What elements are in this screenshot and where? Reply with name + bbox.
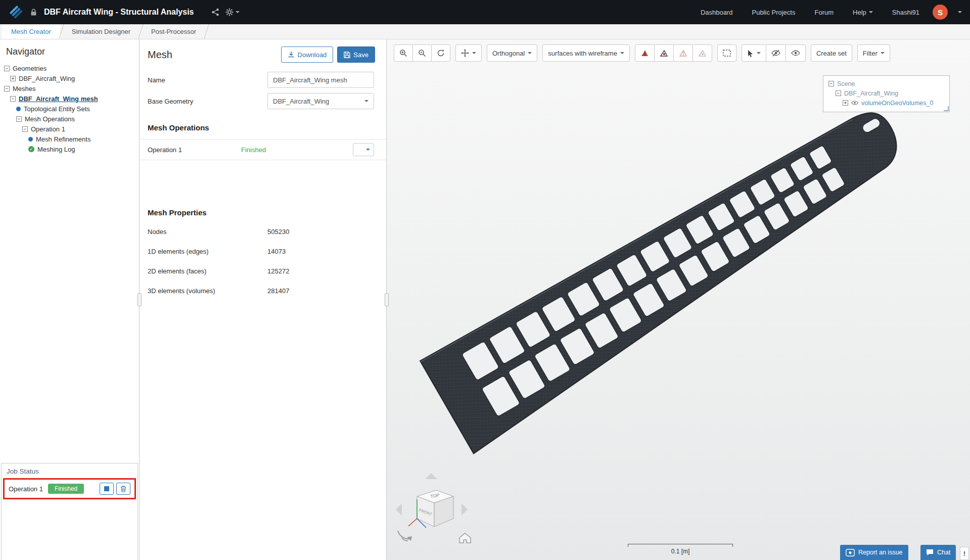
pointer-icon [747,50,754,57]
hide-selection-button[interactable] [766,44,786,62]
property-row-1d-elements-edges: 1D elements (edges)14073 [140,242,386,261]
property-label: 1D elements (edges) [148,248,209,255]
reset-view-button[interactable] [431,44,450,62]
mesh-panel-resize-handle[interactable] [385,293,389,306]
chevron-down-icon [236,11,240,13]
base-geometry-value: DBF_Aircraft_Wing [273,98,329,105]
tree-item-meshes[interactable]: −Meshes [0,83,139,94]
collapse-icon[interactable]: − [836,90,841,96]
save-label: Save [353,51,368,59]
scene-item-dbf-aircraft-wing[interactable]: −DBF_Aircraft_Wing [827,88,945,98]
help-label: Help [853,9,866,16]
expand-icon[interactable]: + [10,76,16,81]
zoom-out-button[interactable] [412,44,432,62]
settings-gear-icon[interactable] [225,8,240,16]
mesh-quality-icon-2 [660,50,668,57]
operation-actions-select[interactable] [353,143,374,156]
tree-item-label: DBF_Aircraft_Wing mesh [19,95,98,103]
collapse-icon[interactable]: − [828,81,834,86]
projection-label: Orthogonal [492,50,525,57]
render-mode-label: surfaces with wireframe [548,50,617,57]
nav-link-forum[interactable]: Forum [814,9,834,16]
username[interactable]: Shashi91 [892,9,919,16]
mesh-quality-icon-3 [679,50,687,57]
property-value: 14073 [267,248,286,255]
app-logo-icon[interactable] [8,4,24,20]
render-mode-select[interactable]: surfaces with wireframe [542,44,630,62]
tree-item-topological-entity-sets[interactable]: Topological Entity Sets [0,104,139,114]
save-button[interactable]: Save [337,46,375,63]
box-select-button[interactable] [717,44,736,62]
alert-indicator[interactable]: ! [960,547,969,560]
scene-item-volumeongeovolumes-0[interactable]: +volumeOnGeoVolumes_0 [827,98,945,108]
tree-item-dbf-aircraft-wing[interactable]: +DBF_Aircraft_Wing [0,73,139,83]
tree-item-operation-1[interactable]: −Operation 1 [0,124,139,134]
download-button[interactable]: Download [281,46,334,63]
tree-item-geometries[interactable]: −Geometries [0,63,139,73]
pan-mode-button[interactable] [455,44,482,62]
mesh-name-input[interactable] [267,72,374,88]
navigation-cube[interactable]: TOP FRONT [392,470,478,556]
share-icon[interactable] [211,8,219,16]
save-icon [344,52,350,58]
chat-button[interactable]: Chat [920,545,956,560]
mesh-quality-button-2[interactable] [654,44,674,62]
delete-job-button[interactable] [116,483,130,495]
nav-link-public-projects[interactable]: Public Projects [752,9,795,16]
scene-item-label: DBF_Aircraft_Wing [844,90,898,97]
tree-item-dbf-aircraft-wing-mesh[interactable]: −DBF_Aircraft_Wing mesh [0,94,139,104]
show-all-button[interactable] [786,44,806,62]
projection-select[interactable]: Orthogonal [487,44,537,62]
eye-icon[interactable] [851,100,858,106]
chevron-down-icon [881,52,885,54]
viewport-3d[interactable]: Orthogonal surfaces with wireframe [387,39,970,560]
collapse-icon[interactable]: − [22,126,28,132]
help-menu[interactable]: Help [853,9,873,16]
download-label: Download [298,51,327,59]
operation-name: Operation 1 [148,146,241,154]
filter-select[interactable]: Filter [857,44,890,62]
success-check-icon: ✓ [28,146,34,152]
tree-item-label: Mesh Operations [25,115,75,123]
stop-icon [104,486,109,491]
tab-mesh-creator[interactable]: Mesh Creator [2,24,60,39]
user-menu-chevron-icon[interactable] [958,11,962,13]
create-set-button[interactable]: Create set [811,44,852,62]
viewport-toolbar: Orthogonal surfaces with wireframe [394,44,890,62]
job-status-row: Operation 1 Finished [3,478,136,499]
collapse-icon[interactable]: − [4,66,10,71]
wing-geometry[interactable] [420,99,928,454]
tree-item-label: Mesh Refinements [36,135,90,143]
operation-row[interactable]: Operation 1 Finished [140,139,386,160]
navigator-resize-handle[interactable] [137,293,142,306]
tree-item-label: DBF_Aircraft_Wing [19,75,75,82]
tree-item-mesh-refinements[interactable]: Mesh Refinements [0,134,139,144]
avatar[interactable]: S [933,5,948,20]
chevron-down-icon [366,149,370,151]
stop-job-button[interactable] [100,483,114,495]
mesh-quality-button-3[interactable] [673,44,693,62]
tree-item-meshing-log[interactable]: ✓Meshing Log [0,144,139,154]
mesh-properties-list: Nodes5052301D elements (edges)140732D el… [140,222,386,301]
report-eye-icon [846,549,855,556]
tab-simulation-designer[interactable]: Simulation Designer [63,24,140,39]
scene-item-label: Scene [837,80,855,87]
tree-item-mesh-operations[interactable]: −Mesh Operations [0,114,139,124]
pan-icon [461,49,469,57]
scene-tree-resize-grip[interactable] [944,106,949,111]
report-issue-button[interactable]: Report an issue [840,545,908,560]
mesh-quality-button-1[interactable] [635,44,655,62]
nav-link-dashboard[interactable]: Dashboard [701,9,733,16]
box-select-icon [723,50,731,57]
collapse-icon[interactable]: − [16,116,22,122]
collapse-icon[interactable]: − [4,86,10,91]
collapse-icon[interactable]: − [10,96,16,102]
mesh-quality-button-4[interactable] [692,44,712,62]
base-geometry-select[interactable]: DBF_Aircraft_Wing [267,93,374,109]
zoom-in-button[interactable] [394,44,413,62]
scene-item-scene[interactable]: −Scene [827,79,945,88]
job-status-badge: Finished [48,484,84,494]
tab-post-processor[interactable]: Post-Processor [142,24,205,39]
expand-icon[interactable]: + [843,100,848,106]
pointer-mode-button[interactable] [742,44,766,62]
